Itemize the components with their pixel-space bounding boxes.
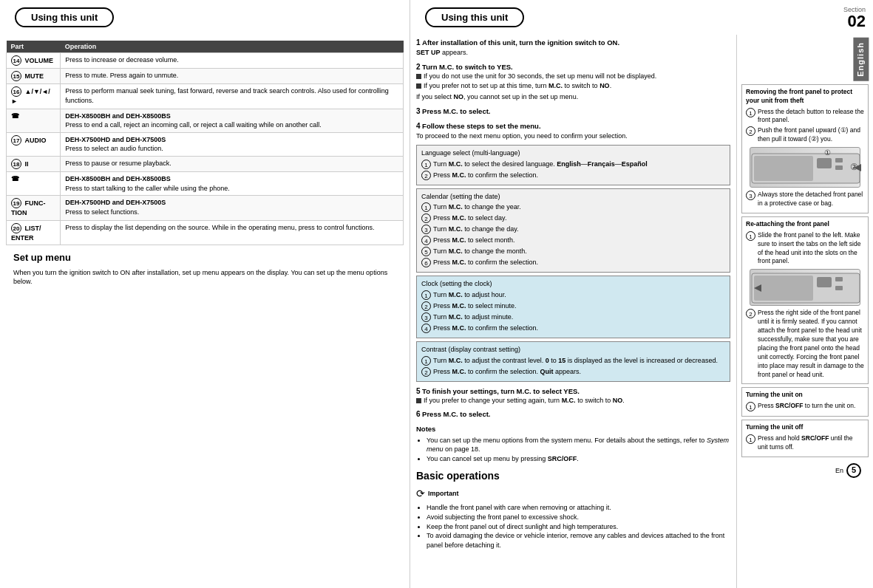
table-row: 15 MUTE Press to mute. Press again to un…: [7, 69, 404, 84]
list-item: Keep the front panel out of direct sunli…: [427, 522, 730, 532]
device-image-2: [746, 269, 864, 306]
setup-menu-section: Set up menu When you turn the ignition s…: [6, 248, 404, 289]
table-row: ☎ DEH-X8500BH and DEH-X8500BS Press to s…: [7, 171, 404, 195]
table-row: 14 VOLUME Press to increase or decrease …: [7, 53, 404, 69]
svg-rect-3: [835, 158, 843, 163]
square-bullet-icon: [416, 398, 421, 403]
table-cell-part: 16 ▲/▼/◄/►: [7, 84, 61, 109]
circle-num-icon: 1: [746, 231, 755, 241]
circle-num-icon: 4: [421, 236, 431, 245]
step2-extra: If you select NO, you cannot set up in t…: [416, 93, 578, 100]
important-box: ⟳ Important Handle the front panel with …: [416, 487, 730, 550]
list-item: 1 Press the detach button to release the…: [746, 108, 864, 126]
circle-num-icon: 3: [746, 191, 755, 200]
clock-steps: 1 Turn M.C. to adjust hour. 2 Press M.C.…: [421, 290, 725, 333]
step-title-5: To finish your settings, turn M.C. to se…: [422, 387, 580, 395]
step-1: 1 After installation of this unit, turn …: [416, 38, 730, 58]
left-header-row: Using this unit: [0, 0, 410, 35]
step5-bullet-text: If you prefer to change your setting aga…: [424, 397, 625, 406]
language-step1: Turn M.C. to select the desired language…: [433, 160, 648, 169]
reattach-steps: 1 Slide the front panel to the left. Mak…: [746, 231, 864, 267]
language-steps: 1 Turn M.C. to select the desired langua…: [421, 160, 725, 180]
circle-num-icon: 2: [421, 367, 431, 377]
table-cell-operation: Press to perform manual seek tuning, fas…: [61, 84, 404, 109]
turn-on-steps: 1 Press SRC/OFF to turn the unit on.: [746, 402, 864, 411]
step2-bullet1: If you do not use the unit for 30 second…: [416, 72, 730, 81]
turn-off-steps: 1 Press and hold SRC/OFF until the unit …: [746, 434, 864, 452]
main-content: 1 After installation of this unit, turn …: [410, 35, 736, 588]
svg-text:①: ①: [824, 148, 831, 157]
step-num-4: 4: [416, 122, 421, 130]
contrast-step1: Turn M.C. to adjust the contrast level. …: [433, 356, 718, 366]
part-name: ☎: [11, 175, 19, 182]
list-item: Avoid subjecting the front panel to exce…: [427, 513, 730, 522]
step2-bullet2: If you prefer not to set up at this time…: [416, 82, 730, 91]
svg-rect-12: [835, 286, 843, 290]
list-item: 2 Push the front panel upward (①) and th…: [746, 126, 864, 144]
clock-step1: Turn M.C. to adjust hour.: [433, 290, 506, 300]
table-cell-part: 20 LIST/ENTER: [7, 220, 61, 245]
circle-num-icon: 1: [421, 356, 431, 366]
remove-steps-2: 3 Always store the detached front panel …: [746, 191, 864, 208]
device-svg2: [750, 270, 861, 307]
list-item: 2 Press M.C. to select minute.: [421, 301, 725, 311]
svg-rect-4: [835, 165, 843, 170]
list-item: 2 Press M.C. to confirm the selection.: [421, 171, 725, 180]
page-en-label: En: [835, 466, 843, 476]
left-section-header: Using this unit: [15, 7, 114, 27]
step5-bullet: If you prefer to change your setting aga…: [416, 397, 730, 406]
calendar-title-suffix: (setting the date): [450, 193, 500, 200]
list-item: You can set up the menu options from the…: [427, 436, 730, 454]
circle-num-icon: 1: [746, 402, 755, 411]
circle-num-icon: 1: [421, 202, 431, 212]
table-cell-operation: Press to mute. Press again to unmute.: [61, 69, 404, 84]
circle-num-icon: 4: [421, 324, 431, 333]
turn-off-step1: Press and hold SRC/OFF until the unit tu…: [758, 434, 864, 452]
section-num: 02: [843, 13, 866, 30]
remove-box-title: Removing the front panel to protect your…: [746, 88, 864, 106]
clock-title-bold: Clock: [421, 280, 438, 287]
remove-box: Removing the front panel to protect your…: [741, 84, 869, 213]
clock-box: Clock (setting the clock) 1 Turn M.C. to…: [416, 276, 730, 338]
table-cell-part: 18 II: [7, 156, 61, 171]
device-image-1: ② ①: [746, 147, 864, 188]
calendar-steps: 1 Turn M.C. to change the year. 2 Press …: [421, 202, 725, 267]
turn-off-title: Turning the unit off: [746, 423, 864, 432]
table-cell-part: ☎: [7, 109, 61, 132]
table-cell-operation: DEH-X7500HD and DEH-X7500S Press to sele…: [61, 196, 404, 221]
basic-ops-title: Basic operations: [416, 469, 730, 484]
device-svg: ② ①: [750, 148, 861, 188]
page-num-circle: 5: [846, 463, 861, 478]
part-num: 20: [11, 223, 21, 233]
right-column: Using this unit Section 02 1 After insta…: [410, 0, 873, 588]
part-name: MUTE: [25, 72, 44, 80]
notes-list: You can set up the menu options from the…: [416, 436, 730, 464]
circle-num-icon: 3: [421, 225, 431, 234]
table-cell-operation: DEH-X8500BH and DEH-X8500BS Press to sta…: [61, 171, 404, 195]
table-cell-part: 17 AUDIO: [7, 132, 61, 156]
contrast-box: Contrast (display contrast setting) 1 Tu…: [416, 341, 730, 382]
section-num-box: Section 02: [843, 6, 866, 30]
square-bullet-icon: [416, 74, 421, 79]
remove-steps: 1 Press the detach button to release the…: [746, 108, 864, 145]
list-item: 1 Press and hold SRC/OFF until the unit …: [746, 434, 864, 452]
side-panel: English Removing the front panel to prot…: [736, 35, 873, 588]
table-cell-operation: Press to pause or resume playback.: [61, 156, 404, 171]
right-section-header: Using this unit: [425, 7, 524, 27]
svg-rect-10: [817, 277, 832, 287]
remove-step3: Always store the detached front panel in…: [758, 191, 864, 208]
reattach-steps-2: 2 Press the right side of the front pane…: [746, 309, 864, 379]
list-item: 1 Turn M.C. to adjust the contrast level…: [421, 356, 725, 366]
part-name: VOLUME: [25, 57, 54, 64]
important-label: Important: [428, 489, 459, 499]
step-title-6: Press M.C. to select.: [422, 410, 490, 418]
part-num: 17: [11, 135, 21, 146]
language-box-title: Language select (multi-language): [421, 148, 725, 158]
setup-menu-body: When you turn the ignition switch to ON …: [13, 268, 396, 287]
list-item: 4 Press M.C. to select month.: [421, 236, 725, 245]
calendar-box-title: Calendar (setting the date): [421, 192, 725, 202]
svg-rect-2: [817, 158, 832, 168]
step-num-6: 6: [416, 410, 421, 418]
setup-menu-title: Set up menu: [13, 251, 396, 264]
list-item: 5 Turn M.C. to change the month.: [421, 247, 725, 256]
